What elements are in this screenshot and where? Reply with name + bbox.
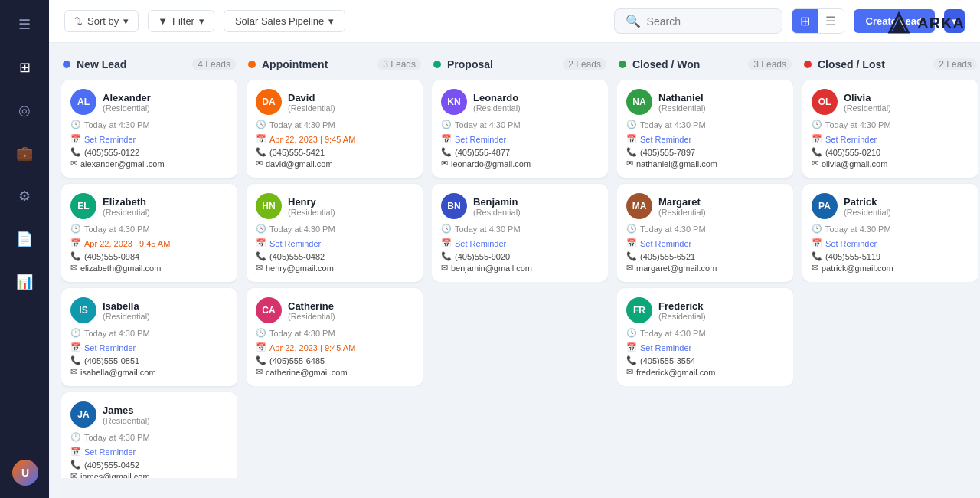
sort-chevron-icon: ▾	[123, 15, 129, 27]
grid-view-button[interactable]: ⊞	[792, 9, 818, 33]
topbar: ⇅ Sort by ▾ ▼ Filter ▾ Solar Sales Pipel…	[49, 0, 980, 43]
leads-icon[interactable]: ◎	[12, 98, 37, 123]
briefcase-icon[interactable]: 💼	[12, 141, 37, 165]
clock-icon: 🕓	[256, 120, 266, 129]
clock-icon: 🕓	[70, 120, 81, 129]
settings-icon[interactable]: ⚙	[12, 184, 37, 208]
avatar: AL	[70, 89, 96, 115]
card-email: ✉ henry@gmail.com	[256, 263, 413, 273]
card-phone: 📞 (405)555-0122	[70, 147, 228, 157]
filter-button[interactable]: ▼ Filter ▾	[148, 10, 214, 32]
card-header: CACatherine(Residential)	[256, 297, 413, 323]
email-icon: ✉	[812, 159, 818, 169]
card-name: Patrick	[844, 196, 969, 208]
card-header: ELElizabeth(Residential)	[70, 193, 228, 219]
card-phone: 📞 (405)555-0482	[256, 251, 413, 261]
avatar: JA	[70, 401, 96, 428]
set-reminder-button[interactable]: 📅 Set Reminder	[812, 134, 969, 144]
card-email: ✉ benjamin@gmail.com	[441, 263, 599, 273]
set-reminder-button[interactable]: 📅 Set Reminder	[626, 342, 784, 352]
column-dot	[433, 61, 441, 68]
column-new-lead: New Lead4 LeadsALAlexander(Residential)🕓…	[61, 55, 237, 486]
card-type: (Residential)	[288, 103, 413, 113]
card-email: ✉ alexander@gmail.com	[70, 159, 228, 169]
email-icon: ✉	[70, 159, 77, 169]
avatar: BN	[441, 193, 467, 219]
docs-icon[interactable]: 📄	[12, 227, 37, 251]
card-email-address: patrick@gmail.com	[822, 264, 893, 273]
user-profile[interactable]: U	[12, 460, 38, 486]
search-icon: 🔍	[626, 14, 641, 28]
analytics-icon[interactable]: 📊	[12, 270, 37, 294]
card-email: ✉ nathaniel@gmail.com	[626, 159, 784, 169]
card-phone-number: (405)555-6521	[640, 252, 695, 261]
card-email-address: frederick@gmail.com	[636, 368, 715, 377]
column-cards-new-lead: ALAlexander(Residential)🕓 Today at 4:30 …	[61, 80, 237, 478]
card: OLOlivia(Residential)🕓 Today at 4:30 PM📅…	[802, 80, 978, 178]
avatar: PA	[812, 193, 838, 219]
clock-icon: 🕓	[70, 328, 81, 338]
set-reminder-button[interactable]: 📅 Set Reminder	[441, 238, 599, 248]
email-icon: ✉	[626, 367, 633, 377]
list-view-button[interactable]: ☰	[818, 9, 844, 33]
set-reminder-button[interactable]: 📅 Set Reminder	[812, 238, 969, 248]
phone-icon: 📞	[70, 355, 81, 365]
set-reminder-button[interactable]: 📅 Set Reminder	[70, 342, 228, 352]
card-name-block: Elizabeth(Residential)	[103, 196, 228, 217]
card: JAJames(Residential)🕓 Today at 4:30 PM📅 …	[61, 392, 237, 478]
card-name-block: Nathaniel(Residential)	[658, 92, 784, 113]
card-email-address: margaret@gmail.com	[636, 264, 717, 273]
email-icon: ✉	[441, 159, 448, 169]
set-reminder-button[interactable]: 📅 Set Reminder	[70, 134, 228, 144]
card-name: James	[103, 405, 228, 416]
card-phone: 📞 (405)555-3554	[626, 355, 784, 365]
card-name: Catherine	[288, 300, 413, 312]
phone-icon: 📞	[812, 251, 822, 261]
set-reminder-button[interactable]: 📅 Set Reminder	[256, 238, 413, 248]
pipeline-selector[interactable]: Solar Sales Pipeline ▾	[224, 10, 345, 32]
email-icon: ✉	[256, 367, 263, 377]
card-time: 🕓 Today at 4:30 PM	[441, 120, 599, 129]
pipeline-label: Solar Sales Pipeline	[235, 15, 324, 27]
column-title: Proposal	[447, 58, 557, 70]
card-time-text: Today at 4:30 PM	[640, 224, 706, 234]
kanban-board: New Lead4 LeadsALAlexander(Residential)🕓…	[49, 43, 980, 498]
card: ISIsabella(Residential)🕓 Today at 4:30 P…	[61, 288, 237, 386]
set-reminder-button[interactable]: 📅 Set Reminder	[626, 134, 784, 144]
set-reminder-button[interactable]: 📅 Set Reminder	[441, 134, 599, 144]
filter-chevron-icon: ▾	[199, 15, 204, 27]
card-time-text: Today at 4:30 PM	[455, 224, 521, 234]
card-time: 🕓 Today at 4:30 PM	[626, 120, 784, 129]
sort-button[interactable]: ⇅ Sort by ▾	[64, 10, 139, 32]
dashboard-icon[interactable]: ⊞	[12, 55, 37, 80]
menu-icon[interactable]: ☰	[12, 12, 37, 37]
email-icon: ✉	[626, 263, 633, 273]
reminder-label: Set Reminder	[270, 239, 321, 248]
card-header: MAMargaret(Residential)	[626, 193, 784, 219]
column-title: New Lead	[77, 58, 186, 70]
phone-icon: 📞	[441, 251, 452, 261]
card-name-block: Isabella(Residential)	[103, 300, 228, 321]
card-phone-number: (405)555-0851	[84, 356, 139, 365]
reminder-icon: 📅	[256, 238, 266, 248]
reminder-icon: 📅	[812, 238, 822, 248]
phone-icon: 📞	[70, 460, 81, 470]
email-icon: ✉	[441, 263, 448, 273]
clock-icon: 🕓	[812, 120, 822, 129]
sort-icon: ⇅	[74, 15, 83, 27]
card-phone: 📞 (405)555-0452	[70, 460, 228, 470]
phone-icon: 📞	[256, 251, 266, 261]
avatar: FR	[626, 297, 652, 323]
search-input[interactable]	[647, 15, 771, 28]
card-type: (Residential)	[844, 103, 969, 113]
card-appointment: 📅 Apr 22, 2023 | 9:45 AM	[256, 342, 413, 352]
reminder-icon: 📅	[70, 134, 81, 144]
card-name: Nathaniel	[658, 92, 784, 103]
card-email: ✉ isabella@gmail.com	[70, 367, 228, 377]
card-header: DADavid(Residential)	[256, 89, 413, 115]
phone-icon: 📞	[256, 355, 266, 365]
card-name-block: Leonardo(Residential)	[473, 92, 599, 113]
card-email-address: james@gmail.com	[80, 472, 150, 479]
set-reminder-button[interactable]: 📅 Set Reminder	[70, 447, 228, 457]
set-reminder-button[interactable]: 📅 Set Reminder	[626, 238, 784, 248]
